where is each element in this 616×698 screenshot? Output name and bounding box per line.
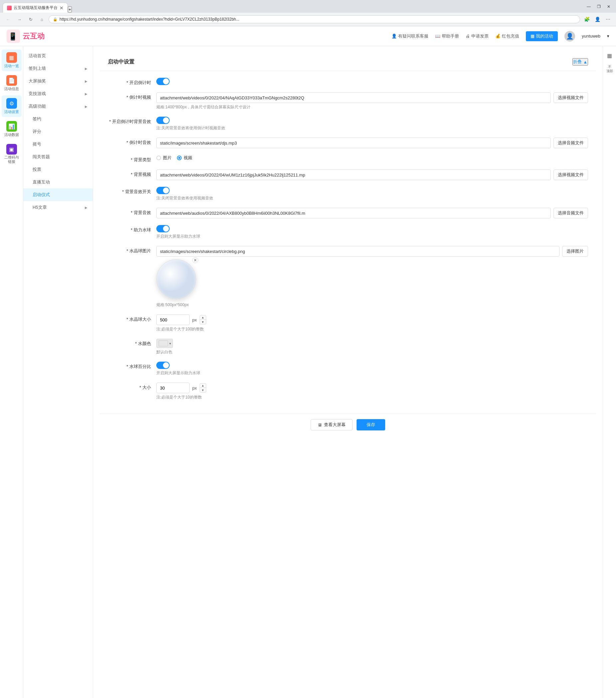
bg-audio-input-group: 选择音频文件 xyxy=(156,208,588,218)
restore-button[interactable]: ❐ xyxy=(594,2,603,11)
sidebar-item-advanced[interactable]: 高级功能 ▶ xyxy=(23,100,93,113)
water-color-swatch[interactable]: ▾ xyxy=(156,339,173,348)
crystal-size-label: * 水晶球大小 xyxy=(108,315,151,322)
size-spinner: ▲ ▼ xyxy=(200,383,206,393)
home-label: 活动首页 xyxy=(29,53,46,59)
close-button[interactable]: ✕ xyxy=(604,2,613,11)
address-bar[interactable]: 🔒 https://hd.yunhudong.cn/hdmanage/confi… xyxy=(49,15,580,23)
countdown-audio-input[interactable] xyxy=(156,138,551,148)
select-bg-video-button[interactable]: 选择视频文件 xyxy=(553,169,588,180)
size-content: px ▲ ▼ 注:必须是个大于10的整数 xyxy=(156,382,588,400)
enable-countdown-toggle[interactable] xyxy=(156,78,170,85)
sidebar-item-rating[interactable]: 评分 xyxy=(23,125,93,138)
water-color-hint: 默认白色 xyxy=(156,349,588,355)
new-tab-button[interactable]: + xyxy=(68,6,72,13)
bg-type-label: * 背景类型 xyxy=(108,155,151,163)
activity-icon: ▦ xyxy=(531,33,534,39)
select-crystal-img-button[interactable]: 选择图片 xyxy=(562,246,588,256)
enable-countdown-content xyxy=(156,78,588,85)
sidebar-item-signing[interactable]: 签约 xyxy=(23,113,93,125)
enable-countdown-bg-audio-row: * 开启倒计时背景音效 注:关闭背景音效将使用倒计时视频音效 xyxy=(108,117,588,131)
toggle-slider-2 xyxy=(156,117,170,124)
lottery-label: 大屏抽奖 xyxy=(29,78,46,84)
select-video-button[interactable]: 选择视频文件 xyxy=(553,93,588,103)
help-manual[interactable]: 📖 帮助手册 xyxy=(435,33,459,39)
size-input[interactable] xyxy=(156,382,190,393)
sidebar-item-h5[interactable]: H5文章 ▶ xyxy=(23,201,93,214)
sidebar-item-vote[interactable]: 投票 xyxy=(23,163,93,176)
icon-rail-item-qr[interactable]: ▣ 二维码与链接 xyxy=(2,141,22,167)
games-label: 竞技游戏 xyxy=(29,91,46,97)
video-radio-circle xyxy=(177,156,182,160)
countdown-video-input[interactable] xyxy=(156,93,551,103)
contact-support[interactable]: 👤 有疑问联系客服 xyxy=(392,33,428,39)
screen-icon: 🖥 xyxy=(318,422,322,428)
bg-audio-input[interactable] xyxy=(156,208,551,218)
crystal-size-input[interactable] xyxy=(156,315,190,325)
enable-countdown-row: * 开启倒计时 xyxy=(108,78,588,86)
icon-rail-item-data[interactable]: 📊 活动数据 xyxy=(2,118,22,140)
sidebar-item-quiz[interactable]: 闯关答题 xyxy=(23,151,93,163)
logo: 📱 云互动 xyxy=(6,30,44,43)
sidebar-item-draw[interactable]: 摇号 xyxy=(23,138,93,151)
countdown-audio-input-group: 选择音频文件 xyxy=(156,138,588,148)
minimize-button[interactable]: — xyxy=(584,2,593,11)
active-tab[interactable]: 云互动现场互动服务平台 ✕ xyxy=(3,3,68,13)
sidebar-item-launch[interactable]: 启动仪式 xyxy=(23,189,93,201)
user-avatar[interactable]: 👤 xyxy=(564,31,575,42)
back-button[interactable]: ← xyxy=(3,15,13,24)
svg-text:📱: 📱 xyxy=(8,32,18,41)
fold-button[interactable]: 折叠 ▲ xyxy=(572,58,588,66)
save-button[interactable]: 保存 xyxy=(357,419,385,430)
view-screen-button[interactable]: 🖥 查看大屏幕 xyxy=(311,419,353,430)
my-activity-button[interactable]: ▦ 我的活动 xyxy=(526,31,558,41)
crystal-size-up[interactable]: ▲ xyxy=(200,315,206,320)
invoice-request[interactable]: 🖨 申请发票 xyxy=(466,33,489,39)
more-button[interactable]: ⋯ xyxy=(603,15,613,24)
forward-button[interactable]: → xyxy=(15,15,24,24)
extensions-button[interactable]: 🧩 xyxy=(582,15,591,24)
right-panel-grid[interactable]: ▦ xyxy=(604,50,616,61)
bg-video-input[interactable] xyxy=(156,169,551,180)
select-bg-audio-button[interactable]: 选择音频文件 xyxy=(553,208,588,218)
user-dropdown-icon[interactable]: ▾ xyxy=(607,33,610,39)
crystal-size-down[interactable]: ▼ xyxy=(200,320,206,324)
size-up[interactable]: ▲ xyxy=(200,383,206,388)
crystal-img-input[interactable] xyxy=(156,246,559,256)
bg-type-video-option[interactable]: 视频 xyxy=(177,155,192,161)
select-audio-button[interactable]: 选择音频文件 xyxy=(553,138,588,148)
size-down[interactable]: ▼ xyxy=(200,388,206,393)
enable-countdown-bg-audio-toggle[interactable] xyxy=(156,117,170,124)
profile-button[interactable]: 👤 xyxy=(593,15,602,24)
launch-label: 启动仪式 xyxy=(32,192,50,198)
icon-rail-label-qr: 二维码与链接 xyxy=(3,155,20,164)
right-panel-top[interactable]: 不顶部 xyxy=(604,63,616,75)
bg-video-input-group: 选择视频文件 xyxy=(156,169,588,180)
water-percentage-toggle[interactable] xyxy=(156,362,170,369)
home-button[interactable]: ⌂ xyxy=(37,15,46,24)
checkin-arrow: ▶ xyxy=(85,67,87,70)
bg-audio-switch-toggle[interactable] xyxy=(156,187,170,194)
bg-type-row: * 背景类型 图片 视频 xyxy=(108,155,588,163)
refresh-button[interactable]: ↻ xyxy=(26,15,35,24)
sidebar-item-home[interactable]: 活动首页 xyxy=(23,50,93,62)
crystal-close-button[interactable]: ✕ xyxy=(192,257,198,263)
red-packet[interactable]: 💰 红包充值 xyxy=(495,33,519,39)
chart-icon: 📊 xyxy=(6,121,17,131)
print-icon: 🖨 xyxy=(466,33,470,39)
icon-rail-item-info[interactable]: 📄 活动信息 xyxy=(2,72,22,94)
bg-type-image-option[interactable]: 图片 xyxy=(156,155,172,161)
sidebar-item-live[interactable]: 直播互动 xyxy=(23,176,93,189)
grid-icon: ▦ xyxy=(6,52,17,63)
sidebar-item-lottery[interactable]: 大屏抽奖 ▶ xyxy=(23,75,93,87)
lock-icon: 🔒 xyxy=(53,17,57,22)
assist-water-ball-toggle[interactable] xyxy=(156,225,170,232)
icon-rail-item-settings[interactable]: ⚙ 活动设置 xyxy=(2,95,22,117)
header-nav: 👤 有疑问联系客服 📖 帮助手册 🖨 申请发票 💰 红包充值 ▦ 我的活动 👤 … xyxy=(392,31,610,42)
advanced-label: 高级功能 xyxy=(29,103,46,109)
icon-rail-item-activities[interactable]: ▦ 活动一览 xyxy=(2,50,22,71)
tab-close-button[interactable]: ✕ xyxy=(59,5,64,11)
sidebar-item-checkin[interactable]: 签到上墙 ▶ xyxy=(23,62,93,75)
sidebar-item-games[interactable]: 竞技游戏 ▶ xyxy=(23,87,93,100)
crystal-img-row: * 水晶球图片 选择图片 ✕ 规格:500px*500px xyxy=(108,246,588,308)
